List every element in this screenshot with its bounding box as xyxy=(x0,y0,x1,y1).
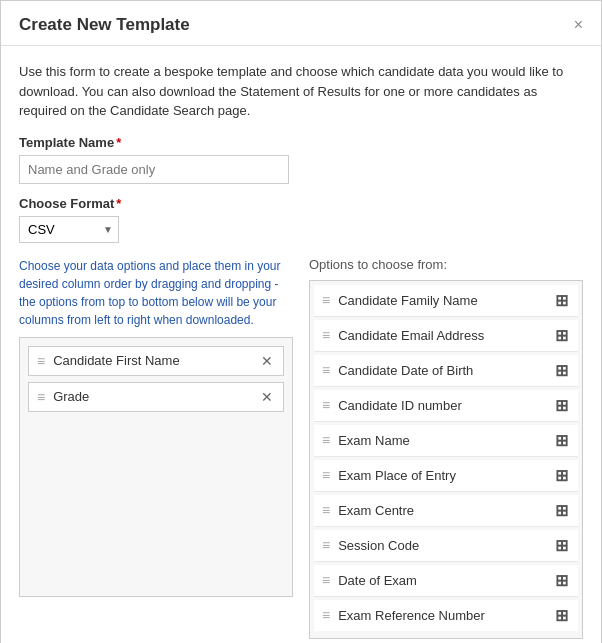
drag-handle-icon: ≡ xyxy=(322,362,330,378)
selected-item-label: Grade xyxy=(53,389,259,404)
add-item-button[interactable]: ⊞ xyxy=(553,431,570,450)
drag-handle-icon: ≡ xyxy=(322,607,330,623)
instructions-text: Choose your data options and place them … xyxy=(19,257,289,329)
create-template-modal: Create New Template × Use this form to c… xyxy=(0,0,602,643)
close-button[interactable]: × xyxy=(574,17,583,33)
add-item-button[interactable]: ⊞ xyxy=(553,606,570,625)
add-item-button[interactable]: ⊞ xyxy=(553,466,570,485)
add-item-button[interactable]: ⊞ xyxy=(553,396,570,415)
option-item-label: Exam Centre xyxy=(338,503,553,518)
description-text: Use this form to create a bespoke templa… xyxy=(19,62,583,121)
add-item-button[interactable]: ⊞ xyxy=(553,291,570,310)
selected-items-list: ≡ Candidate First Name ✕ ≡ Grade ✕ xyxy=(19,337,293,597)
left-column: Choose your data options and place them … xyxy=(19,257,293,639)
selected-item-label: Candidate First Name xyxy=(53,353,259,368)
options-items-list: ≡ Candidate Family Name ⊞ ≡ Candidate Em… xyxy=(309,280,583,639)
drag-handle-icon: ≡ xyxy=(322,327,330,343)
drag-handle-icon: ≡ xyxy=(322,397,330,413)
option-item-label: Date of Exam xyxy=(338,573,553,588)
option-item-label: Candidate Email Address xyxy=(338,328,553,343)
drag-handle-icon: ≡ xyxy=(322,432,330,448)
format-select-wrapper: CSV ▼ xyxy=(19,216,119,243)
drag-handle-icon: ≡ xyxy=(322,537,330,553)
add-item-button[interactable]: ⊞ xyxy=(553,571,570,590)
drag-handle-icon: ≡ xyxy=(322,502,330,518)
option-item: ≡ Session Code ⊞ xyxy=(314,530,578,562)
option-item-label: Exam Reference Number xyxy=(338,608,553,623)
option-item: ≡ Candidate ID number ⊞ xyxy=(314,390,578,422)
add-item-button[interactable]: ⊞ xyxy=(553,361,570,380)
remove-item-button[interactable]: ✕ xyxy=(259,389,275,405)
option-item: ≡ Exam Reference Number ⊞ xyxy=(314,600,578,631)
option-item: ≡ Candidate Family Name ⊞ xyxy=(314,285,578,317)
option-item-label: Exam Place of Entry xyxy=(338,468,553,483)
main-columns: Choose your data options and place them … xyxy=(19,257,583,639)
format-label: Choose Format* xyxy=(19,196,583,211)
option-item-label: Exam Name xyxy=(338,433,553,448)
template-name-label: Template Name* xyxy=(19,135,583,150)
add-item-button[interactable]: ⊞ xyxy=(553,536,570,555)
drag-handle-icon: ≡ xyxy=(322,467,330,483)
format-select[interactable]: CSV xyxy=(19,216,119,243)
add-item-button[interactable]: ⊞ xyxy=(553,501,570,520)
option-item-label: Candidate Date of Birth xyxy=(338,363,553,378)
drag-handle-icon: ≡ xyxy=(322,572,330,588)
template-name-input[interactable] xyxy=(19,155,289,184)
format-field: Choose Format* CSV ▼ xyxy=(19,196,583,257)
option-item: ≡ Candidate Date of Birth ⊞ xyxy=(314,355,578,387)
remove-item-button[interactable]: ✕ xyxy=(259,353,275,369)
option-item: ≡ Exam Name ⊞ xyxy=(314,425,578,457)
option-item-label: Candidate ID number xyxy=(338,398,553,413)
drag-handle-icon: ≡ xyxy=(37,389,45,405)
options-label: Options to choose from: xyxy=(309,257,583,272)
option-item: ≡ Candidate Email Address ⊞ xyxy=(314,320,578,352)
template-name-field: Template Name* xyxy=(19,135,583,196)
modal-title: Create New Template xyxy=(19,15,190,35)
right-column: Options to choose from: ≡ Candidate Fami… xyxy=(309,257,583,639)
option-item: ≡ Exam Place of Entry ⊞ xyxy=(314,460,578,492)
modal-header: Create New Template × xyxy=(1,1,601,46)
drag-handle-icon: ≡ xyxy=(322,292,330,308)
option-item-label: Session Code xyxy=(338,538,553,553)
selected-item[interactable]: ≡ Grade ✕ xyxy=(28,382,284,412)
option-item-label: Candidate Family Name xyxy=(338,293,553,308)
selected-item[interactable]: ≡ Candidate First Name ✕ xyxy=(28,346,284,376)
modal-body: Use this form to create a bespoke templa… xyxy=(1,46,601,643)
add-item-button[interactable]: ⊞ xyxy=(553,326,570,345)
option-item: ≡ Date of Exam ⊞ xyxy=(314,565,578,597)
drag-handle-icon: ≡ xyxy=(37,353,45,369)
option-item: ≡ Exam Centre ⊞ xyxy=(314,495,578,527)
